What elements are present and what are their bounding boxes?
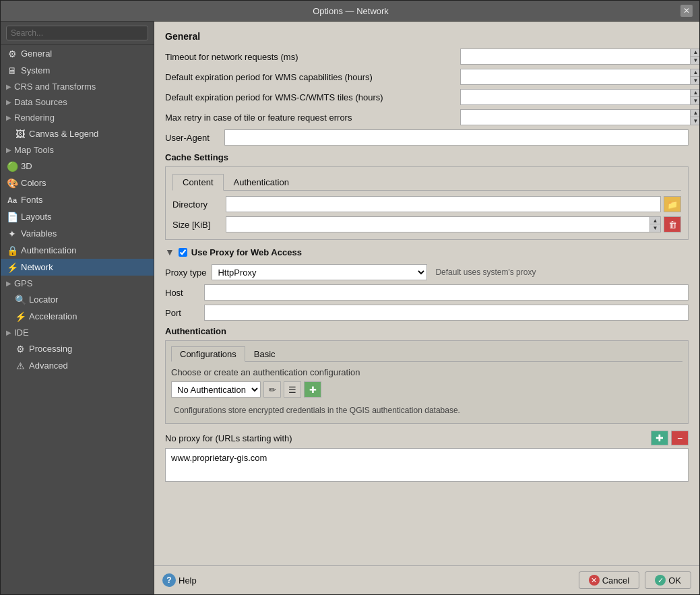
cancel-icon: ✕ [589,575,600,586]
proxy-type-row: Proxy type HttpProxy Default uses system… [165,264,689,280]
sidebar-item-fonts[interactable]: Aa Fonts [1,191,154,208]
retry-spinbox: 3 ▲ ▼ [460,109,699,125]
title-bar: Options — Network ✕ [1,1,699,22]
config-info: Configurations store encrypted credentia… [171,403,682,418]
sidebar-item-rendering[interactable]: ▶ Rendering [1,110,154,125]
sidebar-item-crs[interactable]: ▶ CRS and Transforms [1,79,154,94]
wms-cap-input[interactable]: 24 [461,69,690,84]
sidebar-item-label: System [21,65,50,75]
sidebar-item-layouts[interactable]: 📄 Layouts [1,208,154,225]
wmts-down-btn[interactable]: ▼ [690,97,699,104]
sidebar-item-label: Variables [21,228,57,239]
delete-cache-btn[interactable]: 🗑 [664,216,681,232]
sidebar-item-data-sources[interactable]: ▶ Data Sources [1,94,154,110]
wms-cap-row: Default expiration period for WMS capabi… [165,69,689,85]
close-button[interactable]: ✕ [680,5,693,17]
sidebar-item-colors[interactable]: 🎨 Colors [1,175,154,191]
timeout-up-btn[interactable]: ▲ [690,49,699,57]
add-auth-btn[interactable]: ✚ [304,381,321,398]
cancel-button[interactable]: ✕ Cancel [579,571,639,589]
no-proxy-item: www.proprietary-gis.com [168,451,685,464]
sidebar-item-locator[interactable]: 🔍 Locator [1,291,154,308]
dir-input[interactable]: /home/delazj/.cache/QGIS/QGIS3 [226,196,661,212]
proxy-port-input[interactable]: 8080 [204,305,689,321]
user-agent-input[interactable]: Mozilla/5.0 [224,129,689,146]
retry-input[interactable]: 3 [461,110,690,125]
sidebar-item-advanced[interactable]: ⚠ Advanced [1,357,154,374]
sidebar-item-label: Rendering [14,113,55,123]
search-input[interactable] [6,26,148,40]
help-button[interactable]: ? Help [162,573,197,587]
size-input[interactable]: 51200 [226,217,649,232]
sidebar-item-system[interactable]: 🖥 System [1,62,154,79]
folder-btn[interactable]: 📁 [664,196,681,212]
right-panel: General Timeout for network requests (ms… [154,22,699,594]
auth-tab-configurations[interactable]: Configurations [171,346,245,362]
sidebar-item-canvas[interactable]: 🖼 Canvas & Legend [1,125,154,142]
tab-auth[interactable]: Authentication [224,174,299,190]
chevron-icon: ▶ [6,280,11,287]
sidebar-item-processing[interactable]: ⚙ Processing [1,340,154,357]
chevron-icon: ▶ [6,83,11,90]
proxy-host-label: Host [165,288,199,298]
sidebar-item-3d[interactable]: 🟢 3D [1,158,154,175]
sidebar-item-label: General [21,49,52,59]
wms-cap-up-btn[interactable]: ▲ [690,69,699,77]
cache-section: Content Authentication Directory /home/d… [165,166,689,240]
retry-up-btn[interactable]: ▲ [690,110,699,117]
tab-content[interactable]: Content [172,174,224,191]
wmts-input[interactable]: 24 [461,90,690,104]
sidebar-item-ide[interactable]: ▶ IDE [1,325,154,340]
main-content: ⚙ General 🖥 System ▶ CRS and Transforms … [1,22,699,594]
sidebar-item-label: Advanced [29,361,68,371]
wmts-row: Default expiration period for WMS-C/WMTS… [165,89,689,105]
general-icon: ⚙ [7,49,17,59]
footer-right: ✕ Cancel ✓ OK [579,571,691,589]
cache-tab-bar: Content Authentication [172,174,681,191]
proxy-type-select[interactable]: HttpProxy [212,264,427,280]
proxy-auth-title: Authentication [165,326,689,336]
ok-button[interactable]: ✓ OK [645,571,691,589]
auth-box: Configurations Basic Choose or create an… [165,340,689,424]
retry-down-btn[interactable]: ▼ [690,117,699,125]
ok-label: OK [668,575,681,586]
sidebar-item-label: Locator [29,294,58,305]
auth-tab-basic[interactable]: Basic [245,346,284,361]
size-up-btn[interactable]: ▲ [649,217,660,224]
sidebar-item-gps[interactable]: ▶ GPS [1,276,154,291]
wmts-up-btn[interactable]: ▲ [690,90,699,97]
sidebar-item-label: IDE [14,327,29,338]
proxy-hint: Default uses system's proxy [435,268,536,277]
sidebar-item-variables[interactable]: ✦ Variables [1,225,154,242]
sidebar-item-label: GPS [14,278,32,288]
acceleration-icon: ⚡ [15,312,25,321]
chevron-icon: ▶ [6,146,11,154]
timeout-down-btn[interactable]: ▼ [690,57,699,64]
dir-row: Directory /home/delazj/.cache/QGIS/QGIS3… [172,196,681,212]
remove-proxy-btn[interactable]: − [671,431,689,445]
chevron-icon: ▶ [6,114,11,121]
timeout-input[interactable]: 60000 [461,49,690,64]
sidebar-item-authentication[interactable]: 🔒 Authentication [1,242,154,259]
scroll-area: General Timeout for network requests (ms… [154,22,699,565]
3d-icon: 🟢 [7,162,17,171]
timeout-spin-btns: ▲ ▼ [690,49,699,64]
sidebar-item-label: CRS and Transforms [14,82,96,92]
proxy-host-input[interactable]: 192.168.1.3 [204,284,689,301]
network-icon: ⚡ [7,263,17,272]
system-icon: 🖥 [7,66,17,75]
wms-cap-down-btn[interactable]: ▼ [690,77,699,84]
edit-auth-btn[interactable]: ✏ [263,381,281,398]
sidebar-item-network[interactable]: ⚡ Network [1,259,154,276]
user-agent-row: User-Agent Mozilla/5.0 [165,129,689,146]
proxy-collapse-btn[interactable]: ▼ [165,247,174,257]
help-label: Help [179,575,197,586]
sidebar-item-map-tools[interactable]: ▶ Map Tools [1,142,154,158]
sidebar-item-general[interactable]: ⚙ General [1,45,154,62]
add-proxy-btn[interactable]: ✚ [651,431,668,445]
clear-auth-btn[interactable]: ☰ [284,381,301,398]
size-down-btn[interactable]: ▼ [649,224,660,232]
no-auth-dropdown[interactable]: No Authentication [171,381,261,398]
proxy-checkbox[interactable] [179,248,187,257]
sidebar-item-acceleration[interactable]: ⚡ Acceleration [1,308,154,325]
